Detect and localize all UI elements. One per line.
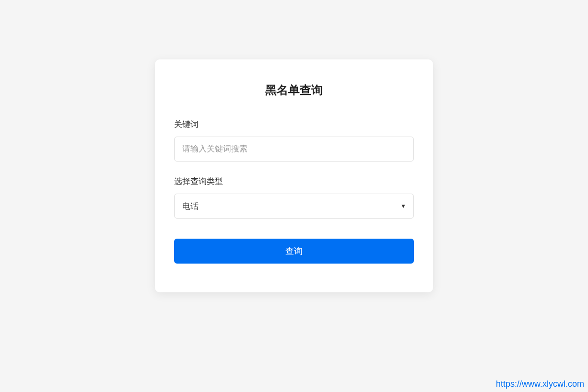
card-title: 黑名单查询 xyxy=(174,82,414,98)
footer-link[interactable]: https://www.xlycwl.com xyxy=(496,379,584,389)
query-type-label: 选择查询类型 xyxy=(174,176,414,187)
select-wrapper: 电话 ▼ xyxy=(174,194,414,219)
query-card: 黑名单查询 关键词 选择查询类型 电话 ▼ 查询 xyxy=(155,59,433,292)
keyword-group: 关键词 xyxy=(174,119,414,161)
submit-button[interactable]: 查询 xyxy=(174,239,414,264)
keyword-label: 关键词 xyxy=(174,119,414,130)
query-type-group: 选择查询类型 电话 ▼ xyxy=(174,176,414,219)
keyword-input[interactable] xyxy=(174,137,414,161)
query-type-select[interactable]: 电话 xyxy=(174,194,414,219)
